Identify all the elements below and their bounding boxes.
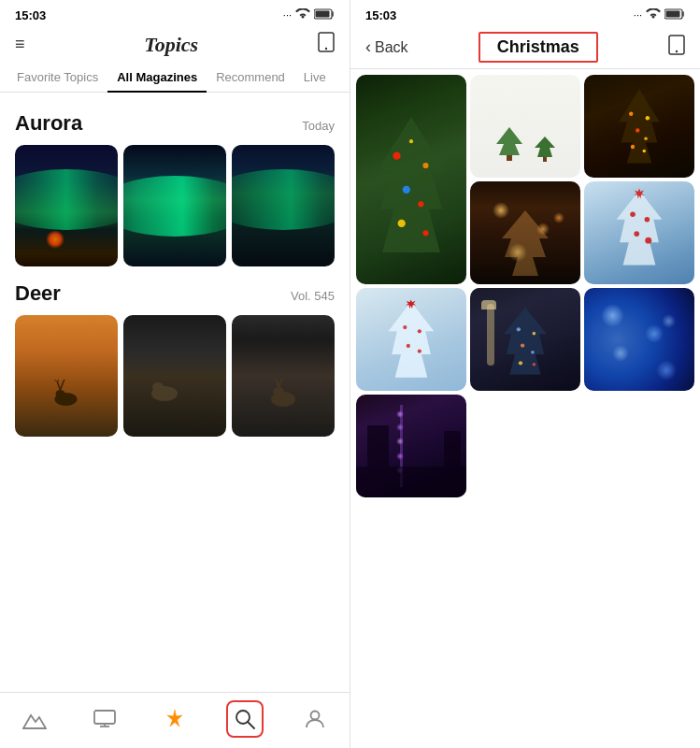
svg-point-43: [629, 112, 633, 116]
christmas-title: Christmas: [497, 37, 579, 56]
svg-point-37: [409, 140, 413, 144]
christmas-photo-4[interactable]: [470, 181, 580, 284]
svg-point-36: [422, 231, 428, 237]
magic-nav-icon[interactable]: [156, 700, 193, 738]
aurora-image-3[interactable]: [232, 145, 335, 266]
svg-marker-40: [535, 137, 555, 157]
svg-line-17: [279, 379, 282, 387]
tablet-icon-right[interactable]: [668, 35, 685, 60]
svg-marker-42: [619, 89, 660, 163]
bottom-nav: [0, 692, 350, 748]
wifi-icon-left: [295, 8, 310, 22]
svg-point-35: [398, 220, 406, 227]
svg-rect-19: [94, 711, 115, 724]
christmas-photo-8[interactable]: [584, 288, 694, 391]
svg-point-52: [645, 217, 650, 223]
right-panel: 15:03 ··· ‹ Back Christmas: [350, 0, 700, 748]
deer-meta: Vol. 545: [291, 289, 335, 303]
tab-favorite[interactable]: Favorite Topics: [7, 63, 107, 92]
signal-icon-left: ···: [283, 9, 292, 21]
signal-icon-right: ···: [634, 9, 642, 21]
svg-point-3: [325, 48, 327, 50]
aurora-image-2[interactable]: [123, 145, 226, 266]
svg-marker-30: [378, 118, 445, 253]
aurora-title: Aurora: [15, 111, 82, 136]
svg-point-65: [521, 343, 524, 347]
deer-image-2[interactable]: [123, 315, 226, 437]
svg-point-45: [636, 128, 639, 132]
svg-marker-56: [389, 302, 435, 378]
svg-marker-18: [23, 715, 46, 728]
svg-point-34: [418, 202, 423, 208]
christmas-photo-1[interactable]: [356, 75, 466, 284]
svg-marker-38: [496, 127, 522, 155]
svg-line-8: [55, 380, 58, 382]
christmas-photo-9[interactable]: [356, 395, 466, 497]
tabs-row: Favorite Topics All Magazines Recommend …: [0, 63, 350, 93]
back-button[interactable]: ‹ Back: [365, 37, 408, 57]
svg-point-48: [643, 150, 647, 153]
back-label: Back: [375, 39, 408, 56]
tab-live[interactable]: Live: [294, 63, 336, 92]
aurora-section-header: Aurora Today: [15, 111, 335, 136]
svg-point-57: [403, 325, 407, 329]
right-nav: ‹ Back Christmas: [350, 26, 700, 69]
svg-point-33: [403, 186, 410, 194]
svg-line-7: [61, 382, 64, 390]
svg-rect-39: [507, 155, 512, 161]
svg-marker-22: [167, 710, 182, 726]
status-bar-left: 15:03 ···: [0, 0, 350, 26]
aurora-meta: Today: [302, 119, 335, 133]
christmas-photo-2[interactable]: [470, 75, 580, 178]
svg-point-54: [645, 237, 651, 243]
battery-icon-left: [314, 8, 335, 22]
menu-icon[interactable]: ≡: [15, 35, 25, 54]
svg-line-6: [58, 382, 61, 390]
back-chevron-icon: ‹: [365, 37, 371, 57]
left-panel: 15:03 ··· ≡ Topics Favorite Topics All M…: [0, 0, 350, 748]
svg-rect-27: [666, 11, 680, 18]
aurora-image-1[interactable]: [15, 145, 118, 266]
svg-point-58: [418, 329, 421, 333]
svg-point-25: [310, 711, 319, 719]
deer-section-header: Deer Vol. 545: [15, 281, 335, 306]
tab-recommend[interactable]: Recommend: [207, 63, 294, 92]
christmas-photo-3[interactable]: [584, 75, 694, 178]
content-area: Aurora Today: [0, 93, 350, 692]
svg-marker-49: [502, 210, 549, 276]
svg-point-32: [422, 163, 428, 168]
svg-point-63: [517, 327, 521, 331]
svg-point-5: [56, 390, 65, 397]
tab-all-magazines[interactable]: All Magazines: [107, 63, 207, 92]
svg-point-31: [393, 152, 400, 160]
svg-point-64: [533, 331, 536, 335]
status-bar-right: 15:03 ···: [350, 0, 700, 26]
app-title: Topics: [144, 33, 198, 57]
status-time-right: 15:03: [365, 8, 396, 22]
svg-point-47: [631, 145, 635, 149]
christmas-photo-6[interactable]: [356, 288, 466, 391]
deer-image-3[interactable]: [232, 315, 335, 437]
deer-image-1[interactable]: [15, 315, 118, 437]
svg-point-60: [418, 349, 421, 352]
status-icons-right: ···: [634, 8, 685, 22]
deer-title: Deer: [15, 281, 61, 306]
status-icons-left: ···: [283, 8, 335, 22]
tablet-icon-left[interactable]: [318, 32, 335, 57]
svg-rect-41: [543, 157, 547, 162]
wifi-icon-right: [646, 8, 661, 22]
svg-point-44: [646, 116, 650, 120]
monitor-nav-icon[interactable]: [86, 700, 123, 738]
svg-point-46: [644, 137, 648, 140]
svg-point-29: [676, 50, 678, 52]
top-nav-left: ≡ Topics: [0, 26, 350, 63]
christmas-photo-7[interactable]: [470, 288, 580, 391]
svg-point-67: [519, 361, 522, 365]
svg-point-13: [152, 382, 164, 392]
svg-marker-50: [617, 190, 663, 265]
svg-line-9: [58, 380, 59, 382]
search-nav-icon[interactable]: [226, 700, 264, 738]
landscape-nav-icon[interactable]: [16, 700, 53, 738]
christmas-photo-5[interactable]: [584, 181, 694, 284]
profile-nav-icon[interactable]: [296, 700, 334, 738]
